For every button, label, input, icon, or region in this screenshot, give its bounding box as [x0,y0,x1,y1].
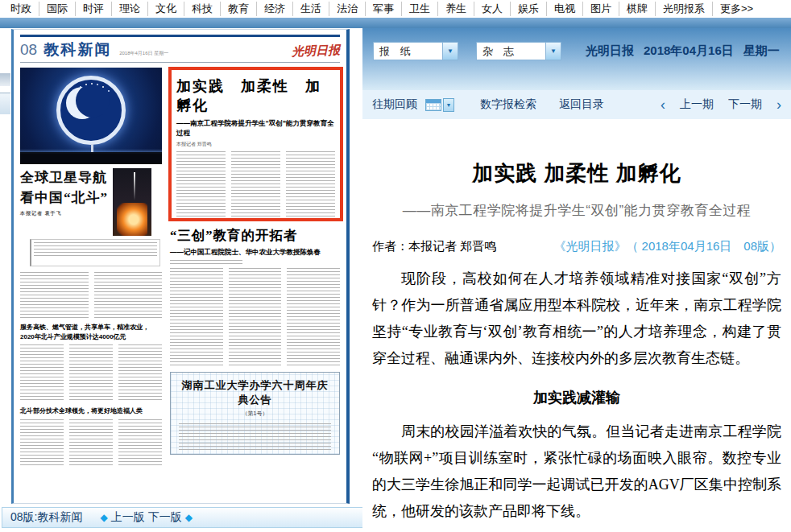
left-edge-decoration [0,73,10,86]
page-navigation-bar: 08版:教科新闻 ◆ 上一版 下一版 ◆ [2,507,369,528]
issue-weekday: 星期一 [743,43,780,59]
sanchuang-article[interactable]: “三创”教育的开拓者 ——记中国工程院院士、华中农业大学教授陈焕春 [170,227,340,366]
nav-item-junshi[interactable]: 军事 [366,2,402,16]
paper-select[interactable]: 报 纸 ▼ [373,42,458,60]
micro-text-lines [69,419,113,468]
nav-item-dianshi[interactable]: 电视 [547,2,583,16]
micro-text-lines [287,268,340,366]
nav-item-weisheng[interactable]: 卫生 [402,2,438,16]
lead-subhead-2: 北斗部分技术全球领先，将更好地造福人类 [20,406,162,416]
next-issue-arrow-icon[interactable]: › [777,97,781,112]
masthead-name: 光明日报 [586,43,634,59]
lead-text-columns [20,344,162,402]
article-title: 加实践 加柔性 加孵化 [372,159,781,188]
micro-text-lines [176,151,226,221]
digital-search-link[interactable]: 数字报检索 [480,97,536,112]
header-rule [20,62,340,63]
prev-issue-link[interactable]: 上一期 [680,97,714,112]
lead-text-columns [20,272,162,319]
magazine-select-value: 杂 志 [477,44,545,59]
next-page-diamond-icon: ◆ [185,512,193,523]
highlight-text-columns [176,151,335,221]
highlight-title: 加实践 加柔性 加孵化 [176,76,335,115]
guangming-daily-logo: 光明日报 [292,43,341,60]
micro-text-lines [231,151,280,221]
main-area: 08 教科新闻 2018年4月16日 星期一 光明日报 全球卫星导航 [0,28,791,532]
highlight-byline: 本报记者 郑晋鸣 [176,141,335,148]
lead-text-columns [20,419,162,468]
micro-text-lines [34,242,157,257]
next-page-link[interactable]: 下一版 [148,510,182,525]
prev-page-link[interactable]: 上一版 [111,510,145,525]
calendar-icon[interactable] [425,99,441,111]
article2-title: “三创”教育的开拓者 [170,227,340,245]
nav-item-lilun[interactable]: 理论 [112,2,148,16]
nav-item-shenghuo[interactable]: 生活 [293,2,329,16]
next-issue-link[interactable]: 下一期 [728,97,762,112]
nav-item-keji[interactable]: 科技 [184,2,221,16]
section-title: 教科新闻 [43,39,111,60]
nav-item-fazhi[interactable]: 法治 [329,2,366,16]
article2-subtitle: ——记中国工程院院士、华中农业大学教授陈焕春 [170,248,340,258]
article2-byline [170,260,242,265]
nav-item-shizheng[interactable]: 时政 [3,2,39,16]
viewer-header: 报 纸 ▼ 杂 志 ▼ 光明日报 2018年04月16日 星期一 [362,28,791,90]
lead-article[interactable]: 全球卫星导航 看中国“北斗” 本报记者 袁于飞 服务高铁、燃气管道，共享单车，精… [20,68,162,471]
paragraph: 现阶段，高校如何在人才培养领域精准对接国家“双创”方针？作为一所普通省属应用型本… [372,266,781,372]
nav-item-baoxi[interactable]: 光明报系 [656,2,713,16]
lead-intro-box [30,239,160,266]
notice-title: 湖南工业大学办学六十周年庆典公告 [179,378,331,407]
article-body: 现阶段，高校如何在人才培养领域精准对接国家“双创”方针？作为一所普通省属应用型本… [372,266,781,532]
nav-item-jingji[interactable]: 经济 [257,2,293,16]
issue-date: 2018年04月16日 [644,43,734,59]
beidou-logo-icon [56,76,126,145]
masthead-rule [20,35,340,37]
newspaper-page-preview[interactable]: 08 教科新闻 2018年4月16日 星期一 光明日报 全球卫星导航 [11,29,350,504]
current-page-label: 08版:教科新闻 [10,510,82,525]
back-issues-link[interactable]: 往期回顾 [372,97,417,112]
magazine-select[interactable]: 杂 志 ▼ [476,42,561,60]
micro-text-lines [20,344,64,402]
calendar-dropdown-icon[interactable]: ▼ [443,98,454,112]
micro-text-lines [118,344,162,402]
newspaper-header: 08 教科新闻 2018年4月16日 星期一 光明日报 [20,39,340,60]
left-edge-decoration [0,93,10,114]
university-notice-box[interactable]: 湖南工业大学办学六十周年庆典公告 （第1号） [170,372,340,455]
back-to-contents-link[interactable]: 返回目录 [559,97,604,112]
paragraph: 周末的校园洋溢着欢快的气氛。但当记者走进南京工程学院“物联网+”项目训练室时，紧… [372,419,781,525]
highlighted-article-region[interactable]: 加实践 加柔性 加孵化 ——南京工程学院将提升学生“双创”能力贯穿教育全过程 本… [168,67,343,221]
chevron-down-icon[interactable]: ▼ [442,43,458,60]
nav-item-more[interactable]: 更多>> [713,2,760,16]
micro-text-lines [20,272,89,319]
page-dateline: 2018年4月16日 星期一 [119,50,168,57]
article-view: 加实践 加柔性 加孵化 ——南京工程学院将提升学生“双创”能力贯穿教育全过程 作… [362,159,791,532]
micro-text-lines [118,419,162,468]
lead-subhead-1: 服务高铁、燃气管道，共享单车，精准农业，2020年北斗产业规模预计达4000亿元 [20,323,162,341]
nav-item-wenhua[interactable]: 文化 [148,2,184,16]
micro-text-lines [20,419,64,468]
nav-item-guoji[interactable]: 国际 [39,2,76,16]
micro-text-lines [69,344,113,402]
micro-text-lines [286,151,335,221]
nav-item-tupian[interactable]: 图片 [583,2,619,16]
nav-item-yule[interactable]: 娱乐 [511,2,547,16]
article2-text-columns [170,268,340,366]
nav-item-jiaoyu[interactable]: 教育 [221,2,257,16]
chevron-down-icon[interactable]: ▼ [545,43,561,60]
lead-headline: 全球卫星导航 看中国“北斗” 本报记者 袁于飞 [20,168,108,236]
prev-issue-arrow-icon[interactable]: ‹ [661,97,665,112]
rocket-launch-photo [113,168,151,236]
beidou-event-photo [20,68,162,164]
nav-item-nvren[interactable]: 女人 [474,2,511,16]
top-divider-bar [0,18,791,28]
top-nav: 时政 国际 时评 理论 文化 科技 教育 经济 生活 法治 军事 卫生 养生 女… [0,0,791,18]
nav-item-qipai[interactable]: 棋牌 [619,2,656,16]
micro-text-lines [229,268,282,366]
article-source-link[interactable]: 《光明日报》（ 2018年04月16日 08版） [553,239,781,254]
section-heading: 加实践减灌输 [372,388,781,407]
micro-text-lines [179,423,331,452]
article-author: 作者：本报记者 郑晋鸣 [372,239,496,254]
highlight-subtitle: ——南京工程学院将提升学生“双创”能力贯穿教育全过程 [176,119,335,138]
nav-item-shiping[interactable]: 时评 [76,2,112,16]
nav-item-yangsheng[interactable]: 养生 [438,2,474,16]
